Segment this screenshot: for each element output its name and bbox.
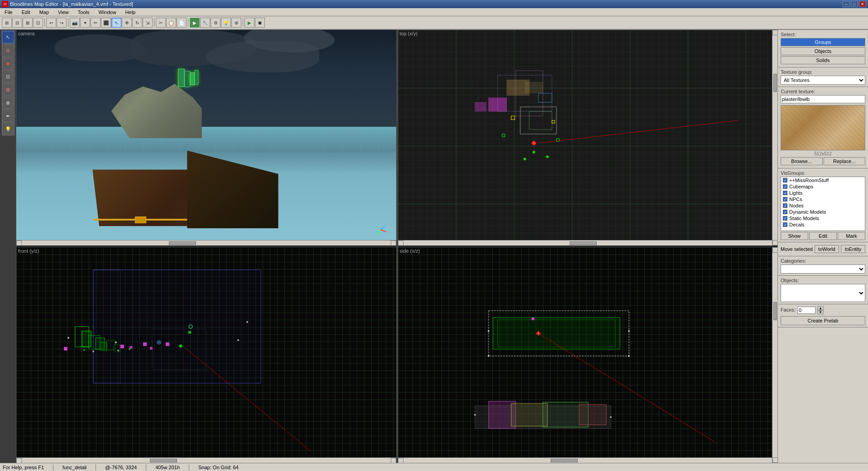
side-scroll-up[interactable]: ▲ xyxy=(772,247,777,253)
front-scroll-right[interactable]: ▶ xyxy=(391,458,396,463)
camera-scrollbar-h[interactable]: ◀ ▶ xyxy=(16,240,396,245)
top-scroll-thumb[interactable] xyxy=(570,241,597,245)
tb-run[interactable]: 🔧 xyxy=(200,18,210,28)
tool-overlay[interactable]: ✒ xyxy=(2,110,14,122)
visgroup-decals[interactable]: ✓ Decals xyxy=(781,221,865,228)
menu-file[interactable]: File xyxy=(2,9,15,16)
tool-entity[interactable]: ⊕ xyxy=(2,96,14,109)
tb-entity[interactable]: ✦ xyxy=(80,18,90,28)
tb-grid-toggle[interactable]: ⊡ xyxy=(33,18,43,28)
visgroup-show-btn[interactable]: Show xyxy=(781,232,808,240)
top-scrollbar-v[interactable]: ▲ ▼ xyxy=(772,30,777,245)
top-scroll-v-thumb[interactable] xyxy=(773,74,777,92)
top-scroll-left[interactable]: ◀ xyxy=(398,240,403,246)
tb-filter[interactable]: ⊕ xyxy=(231,18,241,28)
tool-move[interactable]: ⊙ xyxy=(2,44,14,57)
texture-group-select[interactable]: All Textures xyxy=(781,76,865,85)
select-groups-btn[interactable]: Groups xyxy=(781,38,865,46)
select-objects-btn[interactable]: Objects xyxy=(781,47,865,55)
front-scroll-thumb[interactable] xyxy=(150,459,177,462)
scroll-thumb-h[interactable] xyxy=(169,241,196,245)
visgroup-misroom[interactable]: ✓ ++MissRoomStuff xyxy=(781,177,865,183)
tb-brush[interactable]: ✏ xyxy=(91,18,101,28)
tool-select[interactable]: ↖ xyxy=(2,31,14,43)
texture-group-section: Texture group: All Textures xyxy=(778,67,868,87)
tb-select-tool[interactable]: ↖ xyxy=(111,18,121,28)
front-scroll-left[interactable]: ◀ xyxy=(16,458,22,463)
browse-btn[interactable]: Browse... xyxy=(781,157,823,165)
svg-point-73 xyxy=(474,414,476,416)
side-scrollbar-h[interactable]: ◀ ▶ xyxy=(398,457,778,463)
tool-clip[interactable]: ⊟ xyxy=(2,70,14,83)
tb-redo[interactable]: ↪ xyxy=(57,18,67,28)
viewport-front[interactable]: front (y/z) ◀ ▶ xyxy=(16,247,396,463)
visgroup-nodes[interactable]: ✓ Nodes xyxy=(781,202,865,209)
sep4 xyxy=(188,18,188,27)
tb-select[interactable]: ⊞ xyxy=(2,18,12,28)
tb-grid-coarse[interactable]: ⊟ xyxy=(12,18,22,28)
minimize-button[interactable]: – xyxy=(843,1,850,7)
tool-vertex[interactable]: ⊠ xyxy=(2,83,14,96)
tb-copy[interactable]: 📋 xyxy=(166,18,176,28)
tb-rotate[interactable]: ↻ xyxy=(132,18,142,28)
tool-brush[interactable]: ■ xyxy=(2,57,14,70)
side-scroll-v-thumb[interactable] xyxy=(773,302,777,320)
top-scrollbar-h[interactable]: ◀ ▶ xyxy=(398,240,778,245)
side-scroll-left[interactable]: ◀ xyxy=(398,458,403,463)
tb-camera[interactable]: 📷 xyxy=(70,18,80,28)
svg-point-9 xyxy=(532,151,535,154)
tb-grid-fine[interactable]: ⊠ xyxy=(23,18,33,28)
texture-name-input[interactable] xyxy=(781,95,865,103)
menu-tools[interactable]: Tools xyxy=(75,9,92,16)
create-prelab-btn[interactable]: Create Prelab xyxy=(781,316,865,325)
tool-light[interactable]: 💡 xyxy=(2,123,14,135)
visgroup-edit-btn[interactable]: Edit xyxy=(809,232,837,240)
tb-move[interactable]: ✜ xyxy=(122,18,132,28)
visgroup-static-models[interactable]: ✓ Static Models xyxy=(781,215,865,221)
faces-input[interactable] xyxy=(797,307,815,314)
tb-play[interactable]: ▶ xyxy=(245,18,254,28)
side-scroll-down[interactable]: ▼ xyxy=(772,457,777,463)
top-scroll-down[interactable]: ▼ xyxy=(772,240,777,245)
visgroups-section: VisGroups: ✓ ++MissRoomStuff ✓ Cubemaps … xyxy=(778,168,868,242)
menu-window[interactable]: Window xyxy=(96,9,119,16)
faces-down-btn[interactable]: ▼ xyxy=(817,310,824,314)
tb-block[interactable]: ⬛ xyxy=(101,18,111,28)
tb-compile[interactable]: ▶ xyxy=(190,18,200,28)
maximize-button[interactable]: □ xyxy=(851,1,858,7)
menu-help[interactable]: Help xyxy=(123,9,139,16)
select-solids-btn[interactable]: Solids xyxy=(781,56,865,64)
menu-map[interactable]: Map xyxy=(37,9,52,16)
side-scroll-thumb[interactable] xyxy=(551,459,578,462)
viewport-side[interactable]: side (x/z) ◀ ▶ ▲ ▼ xyxy=(398,247,778,463)
viewport-camera[interactable]: z x y camera ◀ ▶ xyxy=(16,30,396,245)
tb-cut[interactable]: ✂ xyxy=(156,18,166,28)
top-scroll-up[interactable]: ▲ xyxy=(772,30,777,35)
tb-undo[interactable]: ↩ xyxy=(46,18,56,28)
viewport-top[interactable]: top (x/y) ◀ ▶ ▲ ▼ xyxy=(398,30,778,245)
close-button[interactable]: ✕ xyxy=(859,1,866,7)
tb-settings[interactable]: ⚙ xyxy=(211,18,221,28)
faces-up-btn[interactable]: ▲ xyxy=(817,306,824,310)
menu-view[interactable]: View xyxy=(55,9,72,16)
tb-lighting[interactable]: 💡 xyxy=(221,18,231,28)
menu-edit[interactable]: Edit xyxy=(19,9,33,16)
scroll-right[interactable]: ▶ xyxy=(391,240,396,246)
visgroup-mark-btn[interactable]: Mark xyxy=(838,232,865,240)
tb-stop[interactable]: ⏹ xyxy=(255,18,265,28)
categories-select[interactable] xyxy=(781,264,865,274)
visgroups-list: ✓ ++MissRoomStuff ✓ Cubemaps ✓ Lights ✓ … xyxy=(781,177,865,231)
visgroup-dynamic-models[interactable]: ✓ Dynamic Models xyxy=(781,209,865,215)
tb-paste[interactable]: 📄 xyxy=(177,18,187,28)
scroll-left[interactable]: ◀ xyxy=(16,240,22,246)
to-world-btn[interactable]: toWorld xyxy=(815,245,839,253)
front-scrollbar-h[interactable]: ◀ ▶ xyxy=(16,457,396,463)
visgroup-cubemaps[interactable]: ✓ Cubemaps xyxy=(781,183,865,190)
visgroup-npcs[interactable]: ✓ NPCs xyxy=(781,196,865,202)
side-scrollbar-v[interactable]: ▲ ▼ xyxy=(772,247,777,463)
tb-scale[interactable]: ⇲ xyxy=(143,18,153,28)
to-entity-btn[interactable]: toEntity xyxy=(841,245,865,253)
visgroup-lights[interactable]: ✓ Lights xyxy=(781,190,865,196)
replace-btn[interactable]: Replace... xyxy=(824,157,866,165)
objects-select[interactable] xyxy=(781,284,865,302)
